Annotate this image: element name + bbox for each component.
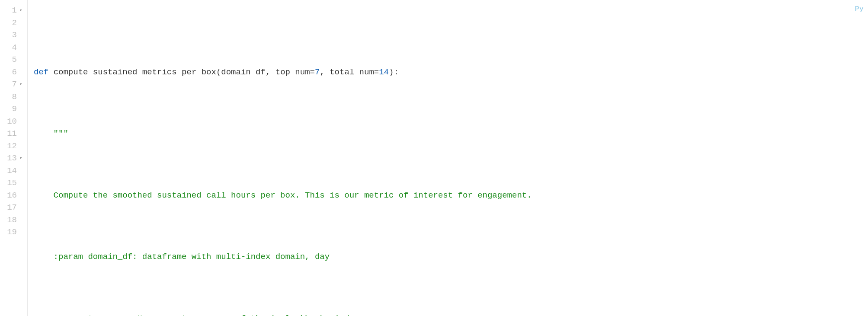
- gutter-line: 17▾: [0, 201, 25, 214]
- code-line[interactable]: def compute_sustained_metrics_per_box(do…: [34, 66, 868, 79]
- gutter-line: 7▾: [0, 78, 25, 91]
- code-editor[interactable]: Py def compute_sustained_metrics_per_box…: [28, 0, 868, 316]
- code-line[interactable]: :param top_num: How many to average of t…: [34, 313, 868, 316]
- gutter-line: 14▾: [0, 165, 25, 177]
- gutter-line: 15▾: [0, 177, 25, 189]
- gutter-line: 2▾: [0, 17, 25, 29]
- gutter-line: 13▾: [0, 152, 25, 165]
- gutter-line: 8▾: [0, 91, 25, 103]
- gutter-line: 9▾: [0, 103, 25, 115]
- docstring-text: :param domain_df: dataframe with multi-i…: [54, 251, 330, 263]
- function-name: compute_sustained_metrics_per_box: [54, 66, 216, 79]
- gutter-line: 10▾: [0, 115, 25, 128]
- gutter-line: 11▾: [0, 128, 25, 140]
- gutter-line: 19▾: [0, 226, 25, 239]
- docstring-quote: """: [54, 128, 68, 140]
- language-indicator: Py: [855, 3, 864, 15]
- gutter-line: 1▾: [0, 4, 25, 17]
- gutter-line: 6▾: [0, 66, 25, 79]
- code-line[interactable]: :param domain_df: dataframe with multi-i…: [34, 251, 868, 263]
- gutter-line: 12▾: [0, 140, 25, 153]
- gutter-line: 18▾: [0, 214, 25, 227]
- code-line[interactable]: Compute the smoothed sustained call hour…: [34, 189, 868, 202]
- fold-icon[interactable]: ▾: [19, 7, 23, 14]
- keyword-def: def: [34, 66, 48, 79]
- gutter-line: 3▾: [0, 29, 25, 41]
- fold-icon[interactable]: ▾: [19, 155, 23, 162]
- gutter-line: 4▾: [0, 41, 25, 54]
- gutter-line: 5▾: [0, 54, 25, 66]
- line-number-gutter: 1▾ 2▾ 3▾ 4▾ 5▾ 6▾ 7▾ 8▾ 9▾ 10▾ 11▾ 12▾ 1…: [0, 0, 28, 316]
- gutter-line: 16▾: [0, 189, 25, 202]
- docstring-text: :param top_num: How many to average of t…: [54, 313, 359, 316]
- docstring-text: Compute the smoothed sustained call hour…: [54, 189, 532, 202]
- fold-icon[interactable]: ▾: [19, 81, 23, 88]
- code-line[interactable]: """: [34, 128, 868, 140]
